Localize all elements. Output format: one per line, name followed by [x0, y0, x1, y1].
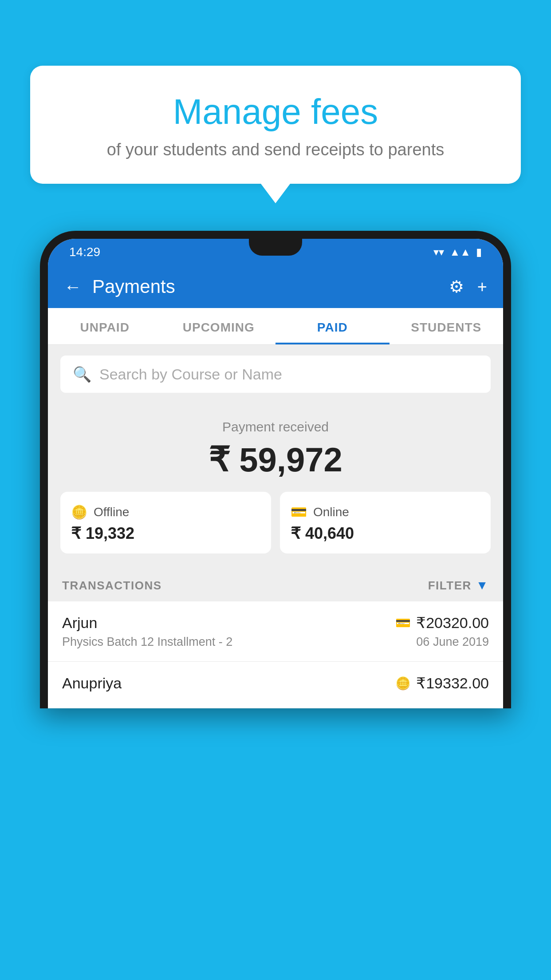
transaction-name: Arjun [62, 614, 97, 632]
tooltip-subtitle: of your students and send receipts to pa… [57, 140, 494, 159]
app-header: ← Payments ⚙ + [48, 265, 503, 308]
offline-card: 🪙 Offline ₹ 19,332 [60, 492, 271, 553]
signal-icon: ▲▲ [449, 246, 471, 258]
tab-students[interactable]: STUDENTS [390, 308, 504, 344]
offline-icon: 🪙 [71, 504, 87, 520]
filter-label: FILTER [428, 579, 472, 593]
transaction-amount-row: 💳 ₹20320.00 [395, 614, 489, 632]
header-icons: ⚙ + [449, 277, 487, 296]
add-icon[interactable]: + [477, 277, 487, 296]
battery-icon: ▮ [476, 246, 482, 258]
transaction-name: Anupriya [62, 675, 122, 692]
phone-frame: 14:29 ▾▾ ▲▲ ▮ ← Payments ⚙ + UNPAID UP [40, 231, 511, 708]
tabs: UNPAID UPCOMING PAID STUDENTS [48, 308, 503, 345]
tab-unpaid[interactable]: UNPAID [48, 308, 162, 344]
online-card: 💳 Online ₹ 40,640 [280, 492, 491, 553]
payment-method-icon: 💳 [395, 616, 411, 630]
transaction-course: Physics Batch 12 Installment - 2 [62, 635, 232, 649]
online-amount: ₹ 40,640 [291, 524, 480, 543]
transaction-list: Arjun 💳 ₹20320.00 Physics Batch 12 Insta… [48, 601, 503, 708]
status-time: 14:29 [69, 245, 100, 259]
search-input[interactable]: Search by Course or Name [99, 366, 282, 383]
notch [249, 239, 302, 256]
transaction-amount: ₹19332.00 [416, 674, 489, 692]
wifi-icon: ▾▾ [433, 246, 444, 258]
transactions-header: TRANSACTIONS FILTER ▼ [48, 566, 503, 601]
phone-container: 14:29 ▾▾ ▲▲ ▮ ← Payments ⚙ + UNPAID UP [40, 231, 511, 980]
search-section: 🔍 Search by Course or Name [48, 345, 503, 403]
settings-icon[interactable]: ⚙ [449, 277, 464, 296]
filter-button[interactable]: FILTER ▼ [428, 578, 489, 593]
header-title: Payments [92, 276, 438, 297]
back-button[interactable]: ← [64, 277, 82, 297]
payment-method-icon: 🪙 [395, 676, 411, 691]
status-icons: ▾▾ ▲▲ ▮ [433, 246, 482, 258]
payment-summary: Payment received ₹ 59,972 🪙 Offline ₹ 19… [48, 403, 503, 566]
transaction-amount-row: 🪙 ₹19332.00 [395, 674, 489, 692]
payment-received-label: Payment received [60, 419, 491, 435]
table-row[interactable]: Arjun 💳 ₹20320.00 Physics Batch 12 Insta… [48, 601, 503, 662]
online-icon: 💳 [291, 504, 307, 520]
offline-amount: ₹ 19,332 [71, 524, 260, 543]
tab-paid[interactable]: PAID [276, 308, 390, 344]
tooltip-card: Manage fees of your students and send re… [30, 66, 521, 184]
offline-label: Offline [94, 505, 129, 519]
transaction-amount: ₹20320.00 [416, 614, 489, 632]
table-row[interactable]: Anupriya 🪙 ₹19332.00 [48, 662, 503, 708]
online-label: Online [313, 505, 349, 519]
filter-icon: ▼ [476, 578, 489, 593]
tab-upcoming[interactable]: UPCOMING [162, 308, 276, 344]
transactions-label: TRANSACTIONS [62, 579, 162, 593]
search-bar[interactable]: 🔍 Search by Course or Name [60, 356, 491, 393]
phone-screen: 14:29 ▾▾ ▲▲ ▮ ← Payments ⚙ + UNPAID UP [48, 239, 503, 708]
status-bar: 14:29 ▾▾ ▲▲ ▮ [48, 239, 503, 265]
tooltip-title: Manage fees [57, 92, 494, 131]
payment-cards: 🪙 Offline ₹ 19,332 💳 Online ₹ 40,640 [60, 492, 491, 553]
search-icon: 🔍 [73, 365, 91, 383]
payment-total-amount: ₹ 59,972 [60, 440, 491, 479]
transaction-date: 06 June 2019 [416, 635, 489, 649]
